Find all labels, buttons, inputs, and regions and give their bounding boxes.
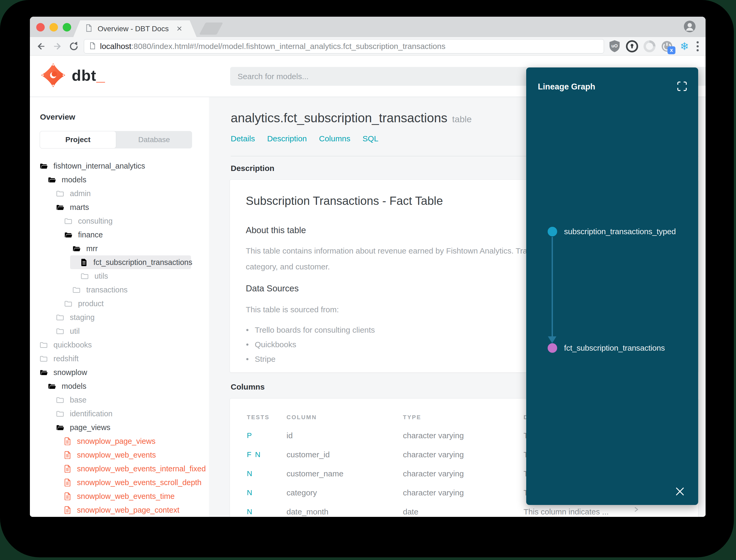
type-cell: date: [403, 502, 418, 517]
page-title: analytics.fct_subscription_transactionst…: [231, 111, 472, 125]
dbt-logo-icon: [40, 62, 66, 88]
tree-item-finance[interactable]: finance: [30, 228, 209, 242]
type-cell: character varying: [403, 483, 464, 502]
tree-item-snowplow-web-events-internal-fixed[interactable]: snowplow_web_events_internal_fixed: [30, 462, 209, 476]
close-icon[interactable]: [675, 486, 685, 498]
reload-icon[interactable]: [69, 41, 79, 52]
nav-link-columns[interactable]: Columns: [319, 134, 350, 143]
tree-item-transactions[interactable]: transactions: [30, 283, 209, 297]
back-icon[interactable]: [36, 41, 46, 52]
tree-item-marts[interactable]: marts: [30, 200, 209, 214]
tab-title: Overview - DBT Docs: [98, 25, 169, 33]
model-nav: Details Description Columns SQL: [231, 134, 378, 143]
about-paragraph-line1: This table contains information about re…: [246, 246, 536, 255]
bullet-dot: [246, 344, 249, 346]
data-sources-heading: Data Sources: [246, 283, 299, 293]
list-item: Stripe: [246, 352, 375, 366]
column-header-tests: TESTS: [247, 414, 270, 421]
new-tab-button[interactable]: [199, 22, 223, 35]
lineage-node-fct-subscription-transactions[interactable]: fct_subscription_transactions: [548, 343, 665, 353]
tree-item-snowplow-page-views[interactable]: snowplow_page_views: [30, 434, 209, 448]
materialization-badge: table: [452, 114, 472, 124]
browser-tab[interactable]: Overview - DBT Docs: [73, 20, 197, 37]
tree-item-snowplow-models[interactable]: models: [30, 379, 209, 393]
tree-item-quickbooks[interactable]: quickbooks: [30, 338, 209, 352]
tree-item-fct-subscription-transactions[interactable]: fct_subscription_transactions: [70, 255, 191, 269]
zoom-window-button[interactable]: [63, 23, 71, 31]
page-icon: [89, 42, 96, 51]
tree-item-snowplow-web-page-context[interactable]: snowplow_web_page_context: [30, 503, 209, 517]
node-label: subscription_transactions_typed: [564, 227, 676, 236]
url-host: localhost: [100, 42, 131, 51]
browser-toolbar: localhost:8080/index.html#!/model/model.…: [30, 37, 706, 56]
data-sources-intro: This table is sourced from:: [246, 305, 339, 314]
nav-link-details[interactable]: Details: [231, 134, 255, 143]
type-cell: character varying: [403, 445, 464, 464]
view-toggle: Project Database: [40, 131, 192, 148]
screenshot-canvas: Overview - DBT Docs: [0, 0, 736, 560]
nav-link-sql[interactable]: SQL: [363, 134, 378, 143]
minimize-window-button[interactable]: [49, 23, 58, 31]
lineage-node-subscription-transactions-typed[interactable]: subscription_transactions_typed: [548, 227, 676, 236]
tree-item-fishtown-internal-analytics[interactable]: fishtown_internal_analytics: [30, 159, 209, 173]
about-paragraph-line2: category, and customer.: [246, 262, 330, 271]
node-dot: [548, 343, 557, 353]
extension-badge: x: [667, 46, 675, 54]
lineage-edge: [552, 237, 553, 338]
lineage-edge-arrowhead: [548, 336, 556, 343]
node-label: fct_subscription_transactions: [564, 344, 665, 353]
tree-item-snowplow-web-events[interactable]: snowplow_web_events: [30, 448, 209, 462]
forward-icon[interactable]: [52, 41, 63, 52]
tree-item-util[interactable]: util: [30, 324, 209, 338]
lineage-graph-panel: Lineage Graph subscription_transactions_…: [526, 67, 698, 505]
tab-database[interactable]: Database: [116, 131, 192, 148]
column-header-type: TYPE: [403, 414, 421, 421]
tree-item-consulting[interactable]: consulting: [30, 214, 209, 228]
list-item: Quickbooks: [246, 337, 375, 352]
tests-cell: N: [247, 483, 253, 502]
browser-menu-icon[interactable]: [697, 41, 699, 51]
url-bar[interactable]: localhost:8080/index.html#!/model/model.…: [84, 39, 604, 53]
tree-item-snowplow-web-events-time[interactable]: snowplow_web_events_time: [30, 489, 209, 503]
dbt-logo[interactable]: dbt_: [40, 62, 105, 88]
tree-item-base[interactable]: base: [30, 393, 209, 407]
tree-item-admin[interactable]: admin: [30, 187, 209, 200]
tree-item-redshift[interactable]: redshift: [30, 352, 209, 365]
url-path: :8080/index.html#!/model/model.fishtown_…: [131, 42, 445, 51]
tree-item-snowplow-web-events-scroll-depth[interactable]: snowplow_web_events_scroll_depth: [30, 476, 209, 489]
ublock-label: uO: [611, 43, 618, 48]
tree-item-identification[interactable]: identification: [30, 407, 209, 421]
column-cell: id: [287, 426, 293, 445]
ublock-extension-icon[interactable]: uO: [608, 39, 621, 53]
nav-link-description[interactable]: Description: [267, 134, 307, 143]
columns-section-header: Columns: [231, 382, 265, 391]
file-tree: fishtown_internal_analytics models admin…: [30, 159, 209, 517]
tree-item-page-views[interactable]: page_views: [30, 421, 209, 434]
snowflake-extension-icon[interactable]: ❄: [678, 39, 691, 53]
lineage-graph-title: Lineage Graph: [538, 82, 595, 92]
tab-close-icon[interactable]: [176, 25, 183, 33]
node-dot: [548, 227, 557, 236]
onepassword-extension-icon[interactable]: [625, 39, 639, 53]
tree-item-models[interactable]: models: [30, 173, 209, 187]
tests-cell: N: [247, 502, 253, 517]
sidebar-heading: Overview: [40, 112, 75, 121]
dbt-logo-text: dbt_: [72, 66, 105, 84]
fullscreen-icon[interactable]: [676, 81, 688, 93]
disabled-extension-icon[interactable]: [643, 39, 656, 53]
power-extension-icon[interactable]: x: [660, 39, 674, 53]
tab-project[interactable]: Project: [40, 131, 116, 148]
doc-title: Subscription Transactions - Fact Table: [246, 194, 443, 207]
data-sources-list: Trello boards for consulting clients Qui…: [246, 323, 375, 366]
tree-item-snowplow[interactable]: snowplow: [30, 365, 209, 379]
column-cell: category: [287, 483, 317, 502]
tree-item-product[interactable]: product: [30, 297, 209, 310]
tree-item-mrr[interactable]: mrr: [30, 242, 209, 255]
snowflake-glyph: ❄: [680, 41, 689, 52]
close-window-button[interactable]: [36, 23, 45, 31]
profile-avatar-icon[interactable]: [683, 20, 696, 33]
tree-item-staging[interactable]: staging: [30, 310, 209, 324]
tree-item-utils[interactable]: utils: [30, 269, 209, 283]
description-section-header: Description: [231, 164, 274, 173]
column-cell: customer_id: [287, 445, 330, 464]
